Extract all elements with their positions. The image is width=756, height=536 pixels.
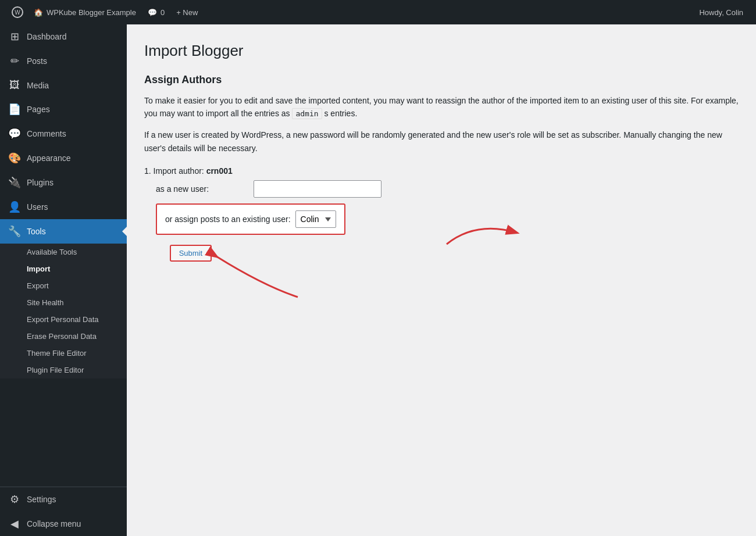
settings-icon: ⚙ [8, 493, 21, 506]
sidebar-item-plugins[interactable]: 🔌 Plugins [0, 170, 127, 195]
user-select[interactable]: Colin [295, 210, 336, 228]
author-label: 1. Import author: crn001 [144, 166, 739, 176]
sidebar-item-posts[interactable]: ✏ Posts [0, 49, 127, 73]
sidebar: ⊞ Dashboard ✏ Posts 🖼 Media 📄 Pages 💬 Co… [0, 24, 127, 536]
submenu-theme-file-editor[interactable]: Theme File Editor [0, 345, 127, 362]
sidebar-item-users[interactable]: 👤 Users [0, 195, 127, 219]
existing-user-row: or assign posts to an existing user: Col… [156, 203, 345, 235]
submenu-export-personal-data[interactable]: Export Personal Data [0, 311, 127, 328]
sidebar-item-comments[interactable]: 💬 Comments [0, 122, 127, 146]
site-name: WPKube Blogger Example [47, 8, 136, 17]
sidebar-item-media[interactable]: 🖼 Media [0, 73, 127, 97]
new-user-input[interactable] [254, 180, 381, 198]
collapse-icon: ◀ [8, 517, 21, 530]
admin-bar: W 🏠 WPKube Blogger Example 💬 0 + New How… [0, 0, 756, 24]
sidebar-label-pages: Pages [27, 105, 50, 114]
main-content: Import Blogger Assign Authors To make it… [127, 24, 756, 536]
existing-user-label: or assign posts to an existing user: [165, 215, 291, 224]
comments-count: 0 [161, 8, 165, 17]
submit-button[interactable]: Submit [170, 245, 212, 262]
sidebar-item-pages[interactable]: 📄 Pages [0, 97, 127, 122]
appearance-icon: 🎨 [8, 152, 21, 165]
sidebar-bottom: ⚙ Settings ◀ Collapse menu [0, 487, 127, 536]
pages-icon: 📄 [8, 103, 21, 116]
comments-icon: 💬 [8, 127, 21, 140]
new-content-link[interactable]: + New [170, 0, 204, 24]
inline-code-admin: admin [292, 108, 322, 119]
sidebar-label-plugins: Plugins [27, 178, 54, 187]
sidebar-label-appearance: Appearance [27, 153, 71, 163]
media-icon: 🖼 [8, 79, 21, 91]
submenu-site-health[interactable]: Site Health [0, 294, 127, 311]
wp-logo[interactable]: W [7, 0, 28, 24]
submenu-available-tools[interactable]: Available Tools [0, 244, 127, 260]
posts-icon: ✏ [8, 55, 21, 67]
sidebar-item-collapse[interactable]: ◀ Collapse menu [0, 512, 127, 536]
tools-icon: 🔧 [8, 225, 21, 238]
description-1: To make it easier for you to edit and sa… [144, 94, 739, 120]
plugins-icon: 🔌 [8, 176, 21, 189]
submenu-export[interactable]: Export [0, 277, 127, 294]
comments-link[interactable]: 💬 0 [142, 0, 170, 24]
svg-text:W: W [15, 9, 20, 16]
comment-icon: 💬 [148, 8, 157, 17]
author-name: crn001 [206, 166, 233, 176]
dashboard-icon: ⊞ [8, 30, 21, 43]
home-icon: 🏠 [34, 8, 43, 17]
page-title: Import Blogger [144, 42, 739, 60]
sidebar-label-users: Users [27, 202, 48, 212]
sidebar-item-settings[interactable]: ⚙ Settings [0, 487, 127, 512]
new-user-row: as a new user: [144, 180, 739, 198]
submit-container: Submit [158, 245, 212, 262]
sidebar-label-media: Media [27, 81, 49, 90]
author-section: 1. Import author: crn001 as a new user: … [144, 166, 739, 262]
new-user-label: as a new user: [156, 184, 249, 194]
sidebar-label-comments: Comments [27, 129, 66, 138]
sidebar-item-tools[interactable]: 🔧 Tools [0, 219, 127, 244]
sidebar-item-dashboard[interactable]: ⊞ Dashboard [0, 24, 127, 49]
sidebar-label-posts: Posts [27, 56, 47, 66]
sidebar-label-collapse: Collapse menu [27, 519, 81, 528]
sidebar-item-appearance[interactable]: 🎨 Appearance [0, 146, 127, 170]
tools-submenu: Available Tools Import Export Site Healt… [0, 244, 127, 378]
red-arrow-select [441, 209, 557, 256]
sidebar-label-dashboard: Dashboard [27, 32, 67, 41]
section-title: Assign Authors [144, 74, 739, 86]
description-2: If a new user is created by WordPress, a… [144, 128, 739, 155]
sidebar-label-tools: Tools [27, 227, 46, 236]
submenu-import[interactable]: Import [0, 260, 127, 277]
site-name-link[interactable]: 🏠 WPKube Blogger Example [28, 0, 142, 24]
content-area: Assign Authors To make it easier for you… [144, 74, 739, 262]
submenu-erase-personal-data[interactable]: Erase Personal Data [0, 328, 127, 345]
new-label: + New [176, 8, 198, 17]
submenu-plugin-file-editor[interactable]: Plugin File Editor [0, 362, 127, 378]
user-greeting: Howdy, Colin [693, 0, 749, 24]
sidebar-label-settings: Settings [27, 495, 56, 504]
users-icon: 👤 [8, 201, 21, 213]
